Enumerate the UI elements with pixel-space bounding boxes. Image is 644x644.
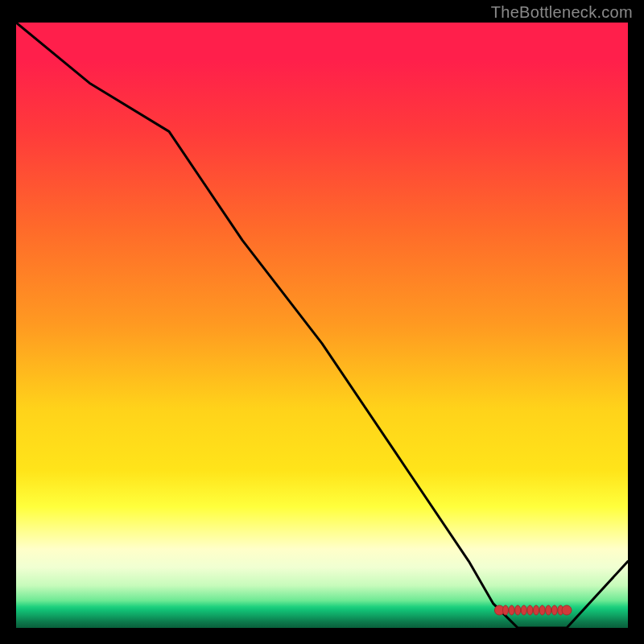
marker-point: [527, 605, 533, 615]
plot-area: [16, 23, 628, 628]
bottleneck-curve-line: [16, 23, 628, 628]
marker-point: [515, 605, 521, 615]
marker-point: [509, 605, 514, 615]
marker-point: [562, 605, 572, 615]
marker-point: [503, 605, 509, 615]
marker-point: [534, 605, 539, 615]
chart-container: TheBottleneck.com: [0, 0, 644, 644]
marker-point: [551, 605, 557, 615]
plot-frame: [16, 23, 628, 628]
marker-point: [546, 605, 551, 615]
curve-svg: [16, 23, 628, 628]
marker-point: [521, 605, 526, 615]
marker-point: [539, 605, 545, 615]
attribution-text: TheBottleneck.com: [491, 3, 633, 22]
optimal-range-markers: [494, 605, 572, 615]
